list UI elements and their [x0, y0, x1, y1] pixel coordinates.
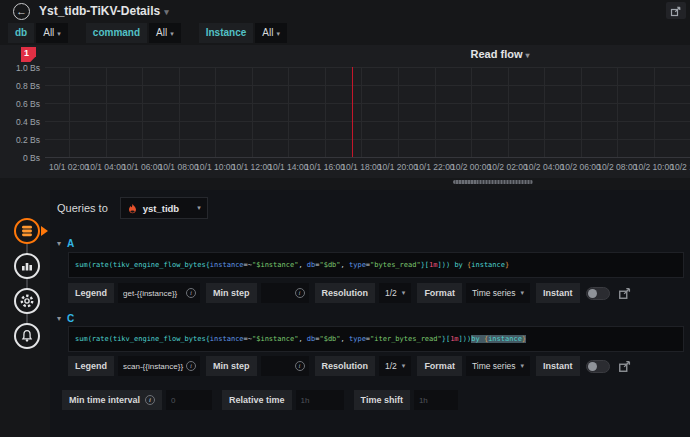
resolution-select[interactable]: 1/2 ▾	[379, 283, 411, 303]
relative-time-input-wrap	[296, 390, 344, 410]
panel-title-menu[interactable]: Read flow▾	[471, 48, 530, 60]
chevron-down-icon: ▾	[164, 7, 169, 17]
legend-input[interactable]	[123, 356, 186, 376]
gridline	[215, 67, 216, 157]
y-tick-label: 0.6 Bs	[2, 99, 40, 109]
collapse-caret-icon: ▾	[57, 239, 61, 248]
tab-rail-connector	[26, 231, 28, 336]
tab-visualization[interactable]	[14, 253, 40, 279]
queries-header: Queries to yst_tidb ▾	[57, 197, 208, 219]
gridline	[654, 67, 655, 157]
resolution-select[interactable]: 1/2 ▾	[379, 356, 411, 376]
gridline	[398, 67, 399, 157]
database-icon	[19, 223, 35, 239]
gridline	[361, 67, 362, 157]
share-icon	[670, 5, 682, 17]
tab-queries[interactable]	[14, 218, 40, 244]
min-step-label: Min step	[206, 356, 257, 376]
annotation-line[interactable]	[352, 67, 353, 157]
query-expression-input-c[interactable]: sum(rate(tikv_engine_flow_bytes{instance…	[68, 326, 684, 352]
bar-chart-icon	[19, 258, 35, 274]
panel-time-options-row: Min time intervali Relative time Time sh…	[62, 390, 464, 410]
query-ref-id: A	[67, 238, 74, 249]
variable-db: db All▾	[8, 23, 68, 43]
format-select[interactable]: Time series ▾	[466, 356, 530, 376]
time-shift-label: Time shift	[354, 390, 410, 410]
queries-to-label: Queries to	[57, 202, 108, 214]
info-icon: i	[145, 395, 155, 405]
active-tab-pointer	[41, 226, 48, 236]
gridline	[69, 67, 70, 157]
collapse-caret-icon: ▾	[57, 314, 61, 323]
variable-db-value-dropdown[interactable]: All▾	[36, 23, 68, 43]
legend-label: Legend	[68, 283, 114, 303]
format-label: Format	[417, 283, 462, 303]
gear-icon	[19, 293, 35, 309]
info-icon: i	[186, 361, 196, 371]
gridline	[581, 67, 582, 157]
chevron-down-icon: ▾	[525, 51, 529, 60]
gridline	[544, 67, 545, 157]
chevron-down-icon: ▾	[521, 362, 525, 370]
gridline	[45, 157, 690, 158]
datasource-name: yst_tidb	[143, 203, 197, 214]
template-variables-row: db All▾ command All▾ Instance All▾	[8, 23, 305, 43]
gridline	[106, 67, 107, 157]
format-label: Format	[417, 356, 462, 376]
legend-input-wrap: i	[118, 283, 200, 303]
dashboard-title[interactable]: Yst_tidb-TiKV-Details▾	[39, 4, 169, 18]
gridline	[142, 67, 143, 157]
format-select[interactable]: Time series ▾	[466, 283, 530, 303]
legend-label: Legend	[68, 356, 114, 376]
x-tick-label: 10/2 12:00	[667, 162, 690, 172]
query-row-header-a[interactable]: ▾ A	[57, 236, 74, 251]
share-dashboard-button[interactable]	[666, 2, 686, 19]
query-share-icon[interactable]	[618, 286, 632, 300]
min-time-interval-input[interactable]	[171, 390, 208, 410]
prometheus-flame-icon	[127, 203, 138, 214]
navbar: ← Yst_tidb-TiKV-Details▾	[0, 0, 690, 22]
back-button[interactable]: ←	[13, 3, 30, 20]
legend-input-wrap: i	[118, 356, 200, 376]
back-arrow-icon: ←	[16, 5, 27, 17]
variable-instance: Instance All▾	[199, 23, 287, 43]
chevron-down-icon: ▾	[197, 204, 201, 212]
min-step-label: Min step	[206, 283, 257, 303]
instant-toggle[interactable]	[586, 287, 610, 300]
query-share-icon[interactable]	[618, 359, 632, 373]
min-step-input[interactable]	[266, 356, 295, 376]
chevron-down-icon: ▾	[402, 289, 406, 297]
query-row-header-c[interactable]: ▾ C	[57, 311, 74, 326]
relative-time-input[interactable]	[301, 390, 340, 410]
chevron-down-icon: ▾	[57, 30, 61, 37]
info-icon: i	[295, 361, 305, 371]
y-tick-label: 0.8 Bs	[2, 81, 40, 91]
relative-time-label: Relative time	[222, 390, 292, 410]
instant-toggle[interactable]	[586, 360, 610, 373]
datasource-picker[interactable]: yst_tidb ▾	[120, 197, 208, 219]
y-tick-label: 0.4 Bs	[2, 117, 40, 127]
instant-label: Instant	[536, 283, 580, 303]
y-tick-label: 0 Bs	[2, 153, 40, 163]
tab-alert[interactable]	[14, 323, 40, 349]
legend-input[interactable]	[123, 283, 186, 303]
min-step-input[interactable]	[266, 283, 295, 303]
variable-instance-value-dropdown[interactable]: All▾	[255, 23, 287, 43]
variable-db-label: db	[8, 23, 34, 43]
variable-command-label: command	[86, 23, 147, 43]
query-ref-id: C	[67, 313, 74, 324]
gridline	[617, 67, 618, 157]
y-tick-label: 0.2 Bs	[2, 135, 40, 145]
annotation-badge[interactable]: 1	[21, 47, 36, 62]
gridline	[325, 67, 326, 157]
query-expression-input-a[interactable]: sum(rate(tikv_engine_flow_bytes{instance…	[68, 252, 684, 278]
query-options-row-a: Legend i Min step i Resolution 1/2 ▾ For…	[68, 283, 632, 303]
chevron-down-icon: ▾	[521, 289, 525, 297]
variable-command-value-dropdown[interactable]: All▾	[149, 23, 181, 43]
chart-plot-area[interactable]	[45, 67, 690, 157]
time-shift-input[interactable]	[419, 390, 454, 410]
promql-expression: sum(rate(tikv_engine_flow_bytes{instance…	[75, 261, 509, 269]
horizontal-scrollbar-thumb[interactable]	[453, 180, 533, 184]
resolution-label: Resolution	[315, 283, 376, 303]
tab-general[interactable]	[14, 288, 40, 314]
